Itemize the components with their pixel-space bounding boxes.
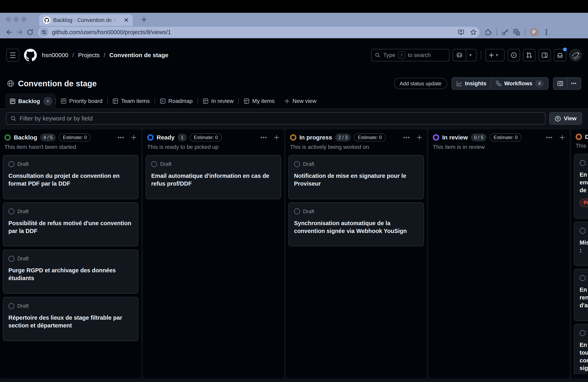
tab-backlog[interactable]: Backlog ▾	[5, 93, 55, 109]
card-type-row: Draft	[151, 161, 276, 167]
project-title: Convention de stage	[18, 79, 97, 88]
add-status-update-button[interactable]: Add status update	[394, 78, 447, 89]
copilot-icon[interactable]	[453, 49, 466, 61]
status-circle-icon	[4, 134, 11, 141]
new-view-button[interactable]: New view	[279, 93, 321, 109]
browser-toolbar: github.com/users/hsn00000/projects/8/vie…	[0, 26, 588, 38]
tab-in-review[interactable]: In review	[198, 93, 238, 109]
search-icon	[10, 115, 16, 121]
workflows-button[interactable]: Workflows 4	[491, 78, 548, 89]
new-tab-button[interactable]: +	[141, 15, 147, 24]
column-estimate-badge: Estimate: 0	[490, 134, 522, 141]
board-card[interactable]: DraftRépertoire des lieux de stage filtr…	[3, 297, 138, 341]
breadcrumb-current[interactable]: Convention de stage	[109, 52, 168, 58]
workflows-count-badge: 4	[535, 80, 544, 87]
zoom-window-button[interactable]	[21, 17, 26, 22]
table-icon	[244, 98, 250, 104]
column-header: Backlog4 / 5Estimate: 0⋯	[3, 134, 138, 141]
saved-tab-button[interactable]	[538, 49, 551, 61]
tab-roadmap[interactable]: Roadmap	[155, 93, 197, 109]
back-button[interactable]	[4, 29, 14, 36]
column-menu-icon[interactable]: ⋯	[260, 134, 268, 141]
project-board-icon	[10, 98, 16, 104]
close-window-button[interactable]	[6, 17, 11, 22]
issues-button[interactable]	[508, 49, 520, 61]
card-title: Purge RGPD et archivage des données étud…	[8, 267, 133, 282]
add-item-icon[interactable]	[416, 134, 422, 140]
column-estimate-badge: Estimate: 0	[59, 134, 91, 141]
tab-team-items[interactable]: Team items	[108, 93, 154, 109]
site-settings-icon[interactable]	[40, 28, 48, 37]
github-logo-icon[interactable]	[24, 49, 37, 61]
column-subtitle: This item is in review	[433, 144, 565, 150]
card-type-row: Draft	[8, 256, 133, 262]
add-item-icon[interactable]	[559, 134, 565, 140]
view-options-button[interactable]: View	[549, 112, 582, 125]
add-item-icon[interactable]	[273, 134, 280, 140]
tab-my-items[interactable]: My items	[239, 93, 279, 109]
install-app-icon[interactable]	[458, 29, 464, 36]
column-menu-icon[interactable]: ⋯	[117, 134, 125, 141]
status-circle-icon	[147, 134, 154, 141]
reload-button[interactable]	[25, 29, 35, 36]
svg-text:文: 文	[516, 32, 519, 35]
column-actions: ⋯	[117, 134, 137, 141]
project-content: View Backlog4 / 5Estimate: 0⋯This item h…	[0, 109, 588, 382]
password-key-icon[interactable]	[501, 29, 509, 36]
github-favicon-icon	[43, 17, 50, 24]
global-search-button[interactable]: Type / to search	[371, 49, 450, 61]
column-menu-icon[interactable]: ⋯	[546, 134, 553, 141]
column-subtitle: This item hasn't been started	[4, 144, 137, 150]
panel-menu-group: ⋯	[553, 77, 581, 90]
column-count-badge: 4 / 5	[40, 134, 56, 141]
add-item-icon[interactable]	[131, 134, 137, 140]
forward-button[interactable]	[14, 29, 25, 36]
board-card[interactable]: DraftEmail automatique d'information en …	[146, 155, 281, 199]
breadcrumb-projects[interactable]: Projects	[78, 52, 100, 58]
project-menu-button[interactable]: ⋯	[567, 78, 581, 89]
board-column: In review0 / 5Estimate: 0⋯This item is i…	[428, 130, 570, 378]
address-bar[interactable]: github.com/users/hsn00000/projects/8/vie…	[38, 27, 480, 38]
status-circle-icon	[576, 134, 582, 140]
card-type-row: Draft	[8, 208, 133, 215]
board-card[interactable]: DraftPurge RGPD et archivage des données…	[3, 249, 138, 294]
extensions-icon[interactable]	[485, 29, 492, 36]
card-type-label: Draft	[17, 256, 29, 262]
tab-close-icon[interactable]: ✕	[124, 17, 129, 23]
filter-input[interactable]	[20, 115, 541, 122]
tab-options-caret[interactable]: ▾	[43, 97, 52, 106]
minimize-window-button[interactable]	[14, 17, 19, 22]
side-panel-button[interactable]	[553, 78, 567, 89]
browser-menu-icon[interactable]: ⋮	[543, 28, 550, 36]
browser-tab[interactable]: Backlog · Convention de stag ✕	[39, 14, 133, 26]
board-card[interactable]: DraftConsultation du projet de conventio…	[3, 155, 138, 199]
create-new-button[interactable]: ▾	[485, 49, 504, 61]
board-card[interactable]: DraftSynchronisation automatique de la c…	[288, 202, 424, 247]
card-title-line: conv	[580, 357, 588, 364]
insights-button[interactable]: Insights	[452, 78, 491, 89]
board-card[interactable]: DraftPossibilité de refus motivé d'une c…	[3, 202, 138, 247]
pull-requests-button[interactable]	[523, 49, 535, 61]
tab-priority-board[interactable]: Priority board	[56, 93, 107, 109]
toolbar-separator	[496, 29, 497, 36]
user-avatar[interactable]	[569, 49, 582, 61]
copilot-caret-icon[interactable]: ▾	[466, 49, 475, 61]
card-title: En tarensd'av	[580, 286, 588, 309]
column-menu-icon[interactable]: ⋯	[403, 134, 410, 141]
copilot-button[interactable]: ▾	[453, 49, 477, 61]
column-header: In progress2 / 3Estimate: 0⋯	[288, 134, 424, 141]
board-card[interactable]: DEn tatoutconvsign	[574, 324, 588, 374]
translate-icon[interactable]: G文	[513, 29, 520, 36]
board: Backlog4 / 5Estimate: 0⋯This item hasn't…	[0, 128, 588, 378]
notifications-inbox-button[interactable]	[554, 49, 566, 61]
hamburger-menu-button[interactable]	[6, 49, 19, 61]
board-card[interactable]: DraftNotification de mise en signature p…	[288, 155, 424, 199]
board-card[interactable]: DEn taenvide pP0	[574, 154, 588, 219]
bookmark-star-icon[interactable]	[470, 29, 477, 36]
board-card[interactable]: DMise:	[574, 222, 588, 266]
filter-field[interactable]	[6, 112, 546, 125]
board-card[interactable]: DEn tarensd'av	[574, 269, 588, 321]
breadcrumb-user[interactable]: hsn00000	[42, 52, 68, 58]
column-header: In review0 / 5Estimate: 0⋯	[431, 134, 567, 141]
browser-profile-avatar[interactable]: P	[530, 28, 538, 37]
